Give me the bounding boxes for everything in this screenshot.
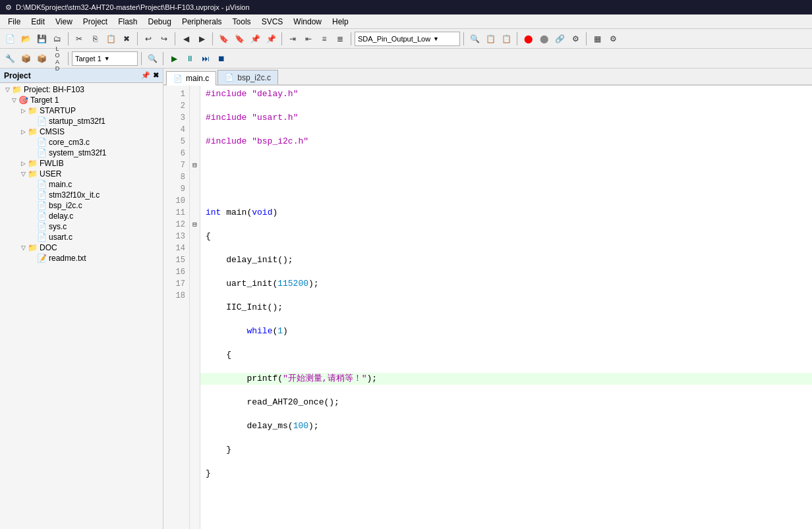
tab-bsp-i2c-c[interactable]: 📄 bsp_i2c.c <box>218 70 278 84</box>
tb-bookmark2[interactable]: 🔖 <box>232 32 246 46</box>
tree-doc[interactable]: ▽ 📁 DOC <box>0 242 163 253</box>
project-icon: 📁 <box>12 85 22 94</box>
tree-startup[interactable]: ▷ 📁 STARTUP <box>0 105 163 116</box>
tb-unindent[interactable]: ⇤ <box>301 32 316 46</box>
tb-f1[interactable]: 🔍 <box>467 32 482 46</box>
tree-sys-c[interactable]: 📄 sys.c <box>0 221 163 232</box>
target-dropdown[interactable]: Target 1 ▼ <box>72 51 138 66</box>
tb2-debug[interactable]: 🔍 <box>145 51 160 66</box>
fold-12[interactable]: ⊟ <box>190 219 200 231</box>
tb-f2[interactable]: 📋 <box>483 32 498 46</box>
sidebar-header: Project 📌 ✖ <box>0 69 163 83</box>
kw-while: while <box>246 326 272 336</box>
tb2-1[interactable]: 🔧 <box>3 51 17 66</box>
tb-new[interactable]: 📄 <box>3 32 17 46</box>
toggle-cmsis[interactable]: ▷ <box>18 128 28 135</box>
toggle-fwlib[interactable]: ▷ <box>18 160 28 167</box>
tree-user[interactable]: ▽ 📁 USER <box>0 169 163 179</box>
ln-16: 16 <box>166 266 185 278</box>
toggle-project[interactable]: ▽ <box>3 86 12 93</box>
tree-usart-c[interactable]: 📄 usart.c <box>0 232 163 242</box>
line-numbers: 1 2 3 4 5 6 7 8 9 10 11 12 13 14 15 16 1… <box>163 86 190 529</box>
tree-fwlib[interactable]: ▷ 📁 FWLIB <box>0 158 163 169</box>
tb-stop-red[interactable]: ⬤ <box>521 32 535 46</box>
tb2-run[interactable]: ▶ <box>167 51 181 66</box>
sidebar-panel: Project 📌 ✖ ▽ 📁 Project: BH-F103 ▽ 🎯 Tar… <box>0 69 163 529</box>
menubar-item-help[interactable]: Help <box>327 16 354 28</box>
tree-core-cm3[interactable]: 📄 core_cm3.c <box>0 137 163 148</box>
toggle-doc[interactable]: ▽ <box>18 244 28 251</box>
toggle-user[interactable]: ▽ <box>18 171 28 177</box>
menubar-item-window[interactable]: Window <box>288 16 327 28</box>
tb-indent[interactable]: ⇥ <box>285 32 300 46</box>
tab-main-c[interactable]: 📄 main.c <box>166 71 216 86</box>
tb-saveall[interactable]: 🗂 <box>50 32 65 46</box>
tree-system-stm32f1[interactable]: 📄 system_stm32f1 <box>0 148 163 158</box>
tree-cmsis[interactable]: ▷ 📁 CMSIS <box>0 126 163 137</box>
tb2-4[interactable]: LOAD <box>50 51 65 66</box>
toggle-target1[interactable]: ▽ <box>9 97 18 103</box>
sidebar-header-icons: 📌 ✖ <box>141 71 159 80</box>
tb-bookmark4[interactable]: 📌 <box>264 32 278 46</box>
code-content[interactable]: #include "delay.h" #include "usart.h" #i… <box>200 86 812 529</box>
tree-stm32f10x-it[interactable]: 📄 stm32f10x_it.c <box>0 190 163 200</box>
menubar-item-peripherals[interactable]: Peripherals <box>177 16 227 28</box>
tb2-3[interactable]: 📦 <box>34 51 49 66</box>
sep11 <box>141 52 142 65</box>
function-dropdown[interactable]: SDA_Pin_Output_Low ▼ <box>355 32 460 46</box>
tb-bookmark[interactable]: 🔖 <box>216 32 231 46</box>
tb-format2[interactable]: ≣ <box>333 32 347 46</box>
tb-save[interactable]: 💾 <box>34 32 49 46</box>
sidebar-close-icon[interactable]: ✖ <box>153 71 159 80</box>
tb2-go[interactable]: ⏭ <box>198 51 213 66</box>
titlebar: ⚙ D:\MDK5project\stm32-AHT20-master\Proj… <box>0 0 812 14</box>
code-line-14: read_AHT20_once(); <box>206 397 807 408</box>
tb-undo[interactable]: ↩ <box>141 32 156 46</box>
toggle-startup[interactable]: ▷ <box>18 107 28 114</box>
tb-view2-icon[interactable]: ⚙ <box>606 32 620 46</box>
readme-icon: 📝 <box>37 254 47 263</box>
fold-5 <box>190 136 200 148</box>
fold-17 <box>190 278 200 290</box>
tb-format[interactable]: ≡ <box>317 32 332 46</box>
fold-7[interactable]: ⊟ <box>190 159 200 171</box>
tree-startup-stm32f1[interactable]: 📄 startup_stm32f1 <box>0 116 163 126</box>
tree-bsp-i2c[interactable]: 📄 bsp_i2c.c <box>0 200 163 211</box>
tb-link-icon[interactable]: 🔗 <box>552 32 567 46</box>
tb-circle-gray[interactable]: ⬤ <box>536 32 551 46</box>
tb-redo[interactable]: ↪ <box>157 32 171 46</box>
tb-f3[interactable]: 📋 <box>499 32 513 46</box>
menubar-item-debug[interactable]: Debug <box>143 16 177 28</box>
code-line-12: { <box>206 349 807 361</box>
tree-project[interactable]: ▽ 📁 Project: BH-F103 <box>0 84 163 95</box>
tb-cut[interactable]: ✂ <box>72 32 86 46</box>
ln-15: 15 <box>166 254 185 266</box>
tb-nav-fwd[interactable]: ▶ <box>194 32 209 46</box>
sidebar-pin-icon[interactable]: 📌 <box>141 71 150 80</box>
menubar-item-view[interactable]: View <box>50 16 78 28</box>
tb-x[interactable]: ✖ <box>119 32 134 46</box>
tb2-end[interactable]: ⏹ <box>214 51 229 66</box>
tb-open[interactable]: 📂 <box>18 32 33 46</box>
menubar-item-file[interactable]: File <box>3 16 26 28</box>
menubar-item-edit[interactable]: Edit <box>26 16 50 28</box>
tb2-stop[interactable]: ⏸ <box>183 51 197 66</box>
tree-delay-c[interactable]: 📄 delay.c <box>0 211 163 221</box>
menubar-item-svcs[interactable]: SVCS <box>256 16 289 28</box>
tab-main-c-icon: 📄 <box>173 74 183 83</box>
tree-main-c[interactable]: 📄 main.c <box>0 179 163 190</box>
menubar-item-flash[interactable]: Flash <box>113 16 142 28</box>
tb-view-icon[interactable]: ▦ <box>590 32 604 46</box>
tb-copy[interactable]: ⎘ <box>88 32 102 46</box>
tb-bookmark3[interactable]: 📌 <box>248 32 262 46</box>
menubar-item-project[interactable]: Project <box>78 16 113 28</box>
tree-target1[interactable]: ▽ 🎯 Target 1 <box>0 95 163 105</box>
tb2-2[interactable]: 📦 <box>18 51 33 66</box>
menubar-item-tools[interactable]: Tools <box>227 16 256 28</box>
tb-settings-icon[interactable]: ⚙ <box>568 32 583 46</box>
tb-paste[interactable]: 📋 <box>103 32 118 46</box>
toolbar2: 🔧 📦 📦 LOAD Target 1 ▼ 🔍 ▶ ⏸ ⏭ ⏹ <box>0 49 812 69</box>
tb-nav-back[interactable]: ◀ <box>179 32 193 46</box>
tree-readme-txt[interactable]: 📝 readme.txt <box>0 253 163 264</box>
sep6 <box>351 32 351 45</box>
